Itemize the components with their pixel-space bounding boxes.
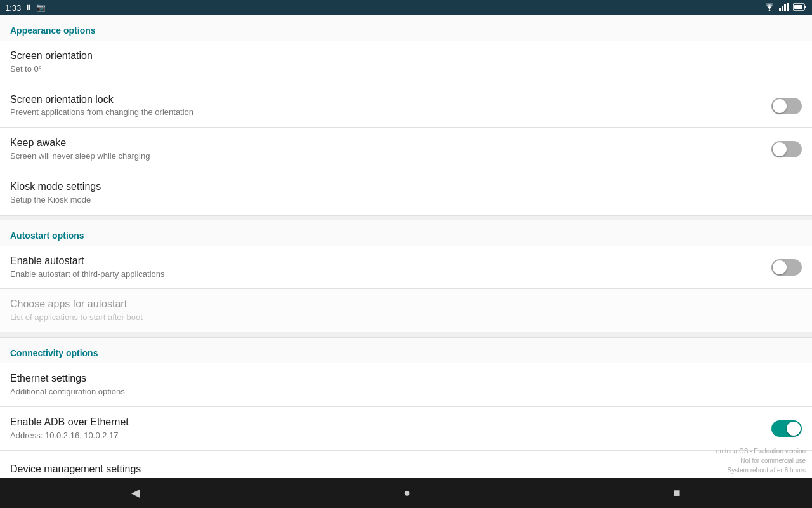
enable-adb-text: Enable ADB over Ethernet Address: 10.0.2… xyxy=(10,416,771,441)
pause-icon: ⏸ xyxy=(25,3,32,12)
enable-autostart-row[interactable]: Enable autostart Enable autostart of thi… xyxy=(0,246,812,290)
recents-button[interactable]: ■ xyxy=(661,481,693,505)
device-management-title: Device management settings xyxy=(10,463,802,476)
ethernet-settings-text: Ethernet settings Additional configurati… xyxy=(10,372,802,398)
choose-apps-subtitle: List of applications to start after boot xyxy=(10,312,802,323)
toggle-knob xyxy=(773,260,787,274)
section-divider-1 xyxy=(0,215,812,220)
keep-awake-subtitle: Screen will never sleep while charging xyxy=(10,151,771,162)
screen-orientation-lock-toggle[interactable] xyxy=(771,98,802,114)
svg-rect-7 xyxy=(804,6,806,8)
screen-orientation-subtitle: Set to 0° xyxy=(10,64,802,75)
svg-rect-1 xyxy=(779,8,781,11)
enable-autostart-toggle[interactable] xyxy=(771,259,802,276)
svg-rect-6 xyxy=(794,5,802,9)
enable-autostart-subtitle: Enable autostart of third-party applicat… xyxy=(10,269,771,280)
status-bar: 1:33 ⏸ 📷 xyxy=(0,0,812,15)
nav-bar: ◀ ● ■ xyxy=(0,478,812,508)
screen-orientation-lock-text: Screen orientation lock Prevent applicat… xyxy=(10,93,771,119)
battery-icon xyxy=(793,3,807,13)
choose-apps-title: Choose apps for autostart xyxy=(10,298,802,311)
kiosk-mode-subtitle: Setup the Kiosk mode xyxy=(10,195,802,206)
status-left: 1:33 ⏸ 📷 xyxy=(5,3,46,13)
device-management-text: Device management settings xyxy=(10,463,802,476)
autostart-section: Autostart options Enable autostart Enabl… xyxy=(0,220,812,333)
signal-icon xyxy=(779,3,789,13)
svg-point-0 xyxy=(769,10,770,11)
appearance-section: Appearance options Screen orientation Se… xyxy=(0,15,812,215)
keep-awake-row[interactable]: Keep awake Screen will never sleep while… xyxy=(0,128,812,171)
main-content: Appearance options Screen orientation Se… xyxy=(0,15,812,493)
svg-rect-3 xyxy=(784,4,786,11)
home-button[interactable]: ● xyxy=(391,481,423,505)
footer-line1: emteria.OS - Evaluation version xyxy=(716,446,806,456)
camera-icon: 📷 xyxy=(36,3,46,12)
kiosk-mode-row[interactable]: Kiosk mode settings Setup the Kiosk mode xyxy=(0,171,812,215)
enable-adb-title: Enable ADB over Ethernet xyxy=(10,416,771,429)
ethernet-settings-row[interactable]: Ethernet settings Additional configurati… xyxy=(0,363,812,407)
kiosk-mode-text: Kiosk mode settings Setup the Kiosk mode xyxy=(10,180,802,206)
connectivity-header: Connectivity options xyxy=(0,338,812,363)
ethernet-settings-subtitle: Additional configuration options xyxy=(10,387,802,398)
ethernet-settings-title: Ethernet settings xyxy=(10,372,802,385)
connectivity-section: Connectivity options Ethernet settings A… xyxy=(0,338,812,488)
kiosk-mode-title: Kiosk mode settings xyxy=(10,180,802,194)
svg-rect-4 xyxy=(787,3,789,11)
appearance-header: Appearance options xyxy=(0,15,812,41)
choose-apps-row: Choose apps for autostart List of applic… xyxy=(0,289,812,333)
status-right xyxy=(764,3,807,13)
toggle-knob xyxy=(773,99,787,113)
screen-orientation-lock-title: Screen orientation lock xyxy=(10,93,771,107)
footer-line3: System reboot after 8 hours xyxy=(716,465,806,475)
section-divider-2 xyxy=(0,333,812,338)
screen-orientation-title: Screen orientation xyxy=(10,50,802,63)
enable-adb-subtitle: Address: 10.0.2.16, 10.0.2.17 xyxy=(10,431,771,441)
enable-autostart-title: Enable autostart xyxy=(10,255,771,268)
screen-orientation-lock-row[interactable]: Screen orientation lock Prevent applicat… xyxy=(0,84,812,128)
footer-line2: Not for commercial use xyxy=(716,456,806,465)
screen-orientation-text: Screen orientation Set to 0° xyxy=(10,50,802,75)
wifi-icon xyxy=(764,3,775,13)
keep-awake-toggle[interactable] xyxy=(771,141,802,157)
toggle-knob xyxy=(787,422,801,436)
keep-awake-title: Keep awake xyxy=(10,137,771,150)
toggle-knob xyxy=(773,142,787,156)
enable-adb-toggle[interactable] xyxy=(771,420,802,437)
choose-apps-text: Choose apps for autostart List of applic… xyxy=(10,298,802,323)
enable-adb-row[interactable]: Enable ADB over Ethernet Address: 10.0.2… xyxy=(0,407,812,451)
footer-info: emteria.OS - Evaluation version Not for … xyxy=(716,446,806,475)
time-display: 1:33 xyxy=(5,3,21,13)
autostart-header: Autostart options xyxy=(0,220,812,246)
screen-orientation-row[interactable]: Screen orientation Set to 0° xyxy=(0,41,812,84)
screen-orientation-lock-subtitle: Prevent applications from changing the o… xyxy=(10,107,771,118)
keep-awake-text: Keep awake Screen will never sleep while… xyxy=(10,137,771,162)
enable-autostart-text: Enable autostart Enable autostart of thi… xyxy=(10,255,771,280)
svg-rect-2 xyxy=(782,6,783,11)
back-button[interactable]: ◀ xyxy=(119,481,153,505)
